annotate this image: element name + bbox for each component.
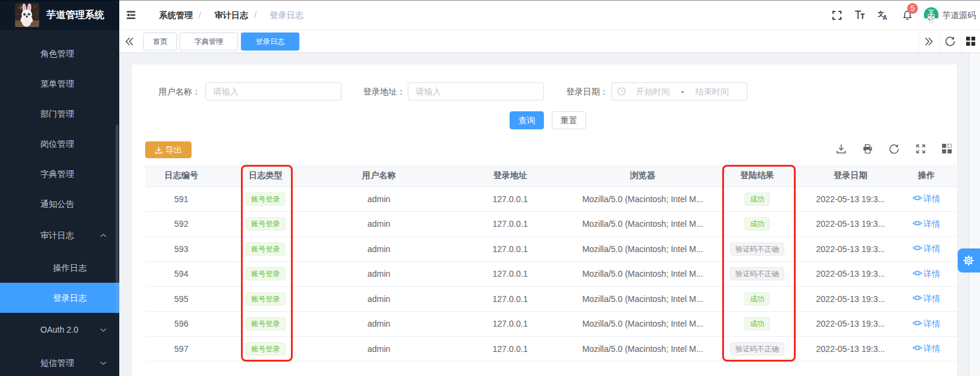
detail-link[interactable]: 详情 (913, 193, 940, 205)
bell-icon[interactable] (902, 10, 913, 40)
date-range-picker[interactable]: 开始时间 - 结束时间 (611, 82, 747, 100)
table-row[interactable]: 597 账号登录 admin 127.0.0.1 Mozilla/5.0 (Ma… (145, 336, 957, 362)
sidebar-scrollbar-thumb[interactable] (116, 125, 119, 313)
detail-link[interactable]: 详情 (913, 318, 940, 330)
language-icon[interactable]: 文 A (878, 10, 888, 40)
table-download-icon[interactable] (836, 144, 848, 156)
cell-browser: Mozilla/5.0 (Macintosh; Intel M... (576, 336, 709, 362)
cell-log-id: 594 (145, 262, 217, 287)
app-title: 芋道管理系统 (46, 0, 104, 30)
page-scrollbar-track[interactable] (969, 53, 980, 376)
notification-badge: 5 (907, 3, 918, 14)
cell-login-address: 127.0.0.1 (444, 312, 576, 337)
log-type-tag: 账号登录 (246, 242, 286, 256)
table-row[interactable]: 592 账号登录 admin 127.0.0.1 Mozilla/5.0 (Ma… (145, 212, 957, 237)
breadcrumb-item-1[interactable]: 系统管理 (159, 10, 193, 20)
table-fullscreen-icon[interactable] (916, 144, 928, 156)
table-row[interactable]: 594 账号登录 admin 127.0.0.1 Mozilla/5.0 (Ma… (145, 262, 957, 287)
sidebar-item-3[interactable]: 部门管理 (0, 99, 119, 129)
sidebar-item-9[interactable]: 登录日志 (0, 283, 119, 313)
tags-layout-grid-icon[interactable] (966, 37, 975, 59)
cell-login-result: 验证码不正确 (709, 236, 805, 262)
login-result-tag: 成功 (744, 217, 770, 230)
cell-log-id: 595 (145, 286, 217, 312)
column-header-8: 操作 (896, 165, 957, 186)
cell-actions: 详情 (896, 286, 957, 312)
cell-log-type: 账号登录 (217, 212, 314, 237)
tags-refresh-icon[interactable] (945, 36, 955, 58)
cell-actions: 详情 (896, 262, 957, 287)
reset-button[interactable]: 重置 (552, 111, 586, 129)
log-type-tag: 账号登录 (246, 193, 286, 206)
tab-2[interactable]: 字典管理 (179, 32, 238, 51)
tags-scroll-left-icon[interactable] (125, 37, 134, 49)
user-avatar[interactable] (924, 7, 938, 24)
settings-gear-button[interactable] (958, 248, 980, 273)
search-button[interactable]: 查询 (510, 111, 544, 129)
login-log-table: 日志编号日志类型用户名称登录地址浏览器登陆结果登录日期操作 591 账号登录 a… (145, 165, 957, 362)
cell-log-type: 账号登录 (217, 186, 314, 212)
date-end-placeholder[interactable]: 结束时间 (689, 83, 735, 100)
table-print-icon[interactable] (863, 144, 875, 156)
log-type-tag: 账号登录 (246, 217, 286, 230)
table-row[interactable]: 595 账号登录 admin 127.0.0.1 Mozilla/5.0 (Ma… (145, 286, 957, 312)
sidebar-item-10[interactable]: OAuth 2.0 (0, 315, 119, 345)
tags-divider (940, 30, 940, 52)
export-label: 导出 (166, 145, 183, 155)
fullscreen-icon[interactable] (832, 11, 841, 41)
username-filter-input[interactable] (205, 82, 342, 100)
cell-actions: 详情 (896, 236, 957, 262)
table-row[interactable]: 596 账号登录 admin 127.0.0.1 Mozilla/5.0 (Ma… (145, 312, 957, 337)
sidebar-item-8[interactable]: 操作日志 (0, 253, 119, 283)
breadcrumb-separator: / (199, 10, 208, 20)
column-header-1: 日志编号 (145, 165, 217, 186)
sidebar-item-6[interactable]: 通知公告 (0, 189, 119, 219)
sidebar-item-2[interactable]: 菜单管理 (0, 69, 119, 99)
cell-username: admin (314, 336, 444, 362)
username-text[interactable]: 芋道源码 (942, 0, 976, 30)
clock-icon (617, 87, 626, 98)
login-result-tag: 成功 (744, 292, 770, 306)
cell-log-id: 596 (145, 312, 217, 337)
cell-log-type: 账号登录 (217, 236, 314, 262)
cell-login-date: 2022-05-13 19:3... (805, 286, 896, 312)
detail-link[interactable]: 详情 (913, 218, 940, 230)
log-type-tag: 账号登录 (246, 317, 286, 330)
font-size-icon[interactable] (855, 10, 865, 40)
table-column-settings-icon[interactable] (942, 144, 954, 156)
sidebar-collapse-icon[interactable] (126, 11, 136, 19)
detail-link[interactable]: 详情 (913, 343, 940, 354)
tab-1[interactable]: 首页 (143, 32, 177, 51)
sidebar-item-11[interactable]: 短信管理 (0, 348, 119, 376)
window-top-border (0, 0, 980, 1)
sidebar-item-1[interactable]: 角色管理 (0, 39, 119, 69)
tab-3[interactable]: 登录日志 (241, 32, 299, 51)
sidebar-item-5[interactable]: 字典管理 (0, 159, 119, 189)
sidebar-item-4[interactable]: 岗位管理 (0, 129, 119, 159)
address-filter-input[interactable] (408, 82, 544, 100)
cell-login-date: 2022-05-13 19:3... (805, 262, 896, 287)
table-row[interactable]: 591 账号登录 admin 127.0.0.1 Mozilla/5.0 (Ma… (145, 186, 957, 212)
cell-username: admin (314, 286, 444, 312)
cell-log-id: 591 (145, 186, 217, 212)
topbar: 系统管理/审计日志/登录日志 文 A 5 (119, 0, 980, 30)
detail-link[interactable]: 详情 (913, 243, 940, 254)
cell-login-address: 127.0.0.1 (444, 212, 576, 237)
sidebar-item-7[interactable]: 审计日志 (0, 220, 119, 250)
date-filter-label: 登录日期： (563, 82, 608, 100)
cell-browser: Mozilla/5.0 (Macintosh; Intel M... (576, 212, 709, 237)
cell-log-type: 账号登录 (217, 286, 314, 312)
cell-log-id: 597 (145, 336, 217, 362)
column-header-4: 登录地址 (444, 165, 576, 186)
table-refresh-icon[interactable] (889, 144, 901, 156)
date-start-placeholder[interactable]: 开始时间 (630, 83, 676, 100)
export-button[interactable]: 导出 (145, 141, 192, 158)
breadcrumb-item-2[interactable]: 审计日志 (214, 10, 248, 20)
cell-login-result: 成功 (709, 186, 805, 212)
table-row[interactable]: 593 账号登录 admin 127.0.0.1 Mozilla/5.0 (Ma… (145, 236, 957, 262)
detail-link[interactable]: 详情 (913, 268, 940, 280)
tags-divider (919, 30, 919, 52)
detail-link[interactable]: 详情 (913, 293, 940, 304)
tags-scroll-right-icon[interactable] (925, 37, 933, 59)
tags-divider (961, 30, 961, 52)
